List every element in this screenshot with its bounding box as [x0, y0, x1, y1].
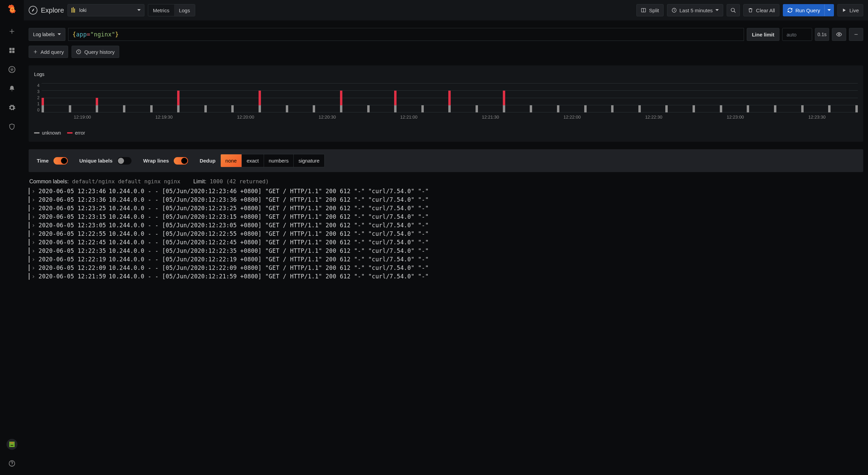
dedup-signature[interactable]: signature [294, 154, 324, 167]
histogram-bar[interactable] [476, 105, 478, 113]
chart-area[interactable]: 12:19:0012:19:3012:20:0012:20:3012:21:00… [42, 83, 858, 121]
log-row[interactable]: ›2020-06-05 12:22:5510.244.0.0 - - [05/J… [29, 229, 863, 238]
histogram-bar[interactable] [747, 105, 749, 113]
histogram-bar[interactable] [665, 105, 668, 113]
add-query-button[interactable]: Add query [29, 46, 68, 58]
dedup-exact[interactable]: exact [242, 154, 264, 167]
histogram-bar[interactable] [448, 91, 451, 113]
log-level-bar [29, 205, 30, 212]
line-limit-input[interactable]: auto [782, 28, 812, 41]
chevron-right-icon: › [32, 239, 36, 246]
histogram-bar[interactable] [720, 105, 722, 113]
dedup-numbers[interactable]: numbers [264, 154, 294, 167]
log-labels-button[interactable]: Log labels [29, 28, 65, 41]
alerting-icon[interactable] [5, 82, 19, 95]
run-query-button[interactable]: Run Query [783, 4, 825, 16]
log-row[interactable]: ›2020-06-05 12:23:1510.244.0.0 - - [05/J… [29, 212, 863, 221]
wrap-lines-toggle[interactable] [174, 157, 188, 165]
histogram-bar[interactable] [150, 105, 153, 113]
user-avatar[interactable] [6, 439, 17, 450]
legend-unknown[interactable]: unknown [34, 130, 61, 136]
log-row[interactable]: ›2020-06-05 12:22:1910.244.0.0 - - [05/J… [29, 255, 863, 263]
zoom-out-button[interactable] [727, 4, 740, 16]
histogram-bar[interactable] [638, 105, 641, 113]
log-row[interactable]: ›2020-06-05 12:22:0910.244.0.0 - - [05/J… [29, 263, 863, 272]
chevron-right-icon: › [32, 256, 36, 263]
configuration-icon[interactable] [5, 101, 19, 114]
histogram-bar[interactable] [177, 91, 180, 113]
dedup-none[interactable]: none [221, 154, 242, 167]
log-row[interactable]: ›2020-06-05 12:23:3610.244.0.0 - - [05/J… [29, 195, 863, 204]
histogram-bar[interactable] [530, 105, 532, 113]
histogram-bar[interactable] [693, 105, 695, 113]
explore-icon[interactable] [5, 63, 19, 76]
query-history-button[interactable]: Query history [72, 46, 119, 58]
histogram-bar[interactable] [286, 105, 288, 113]
log-row[interactable]: ›2020-06-05 12:21:5910.244.0.0 - - [05/J… [29, 272, 863, 280]
legend-error[interactable]: error [67, 130, 85, 136]
add-icon[interactable] [5, 25, 19, 38]
histogram-bar[interactable] [801, 105, 804, 113]
log-timestamp: 2020-06-05 12:23:05 [38, 222, 106, 229]
histogram-bar[interactable] [96, 98, 98, 112]
clear-all-button[interactable]: Clear All [743, 4, 779, 16]
histogram-bar[interactable] [231, 105, 234, 113]
log-row[interactable]: ›2020-06-05 12:22:4510.244.0.0 - - [05/J… [29, 238, 863, 246]
datasource-name: loki [79, 7, 87, 13]
histogram-bar[interactable] [394, 91, 397, 113]
mode-logs[interactable]: Logs [174, 4, 195, 16]
loki-icon [71, 7, 76, 13]
log-timestamp: 2020-06-05 12:22:55 [38, 230, 106, 237]
histogram-bar[interactable] [42, 98, 44, 112]
log-row[interactable]: ›2020-06-05 12:23:0510.244.0.0 - - [05/J… [29, 221, 863, 229]
remove-query-button[interactable] [849, 28, 863, 41]
histogram-bar[interactable] [367, 105, 370, 113]
run-query-dropdown[interactable] [824, 4, 834, 16]
histogram-bar[interactable] [259, 91, 261, 113]
histogram-bar[interactable] [557, 105, 559, 113]
time-toggle[interactable] [53, 157, 68, 165]
histogram-bar[interactable] [774, 105, 776, 113]
disable-query-button[interactable] [832, 28, 846, 41]
log-row[interactable]: ›2020-06-05 12:22:3510.244.0.0 - - [05/J… [29, 246, 863, 255]
live-button[interactable]: Live [837, 4, 863, 16]
histogram-bar[interactable] [855, 105, 858, 113]
time-range-picker[interactable]: Last 5 minutes [667, 4, 724, 16]
datasource-picker[interactable]: loki [67, 4, 144, 16]
chevron-right-icon: › [32, 230, 36, 237]
log-timestamp: 2020-06-05 12:22:45 [38, 239, 106, 246]
mode-metrics[interactable]: Metrics [148, 4, 174, 16]
chevron-right-icon: › [32, 222, 36, 229]
chevron-right-icon: › [32, 188, 36, 195]
help-icon[interactable] [5, 457, 19, 470]
log-row[interactable]: ›2020-06-05 12:23:2510.244.0.0 - - [05/J… [29, 204, 863, 212]
log-level-bar [29, 222, 30, 229]
histogram-bar[interactable] [123, 105, 125, 113]
dedup-options[interactable]: noneexactnumberssignature [220, 154, 325, 167]
log-row[interactable]: ›2020-06-05 12:23:4610.244.0.0 - - [05/J… [29, 187, 863, 195]
split-button[interactable]: Split [636, 4, 663, 16]
chart-legend: unknown error [34, 130, 858, 136]
query-mode-switch[interactable]: Metrics Logs [148, 4, 195, 16]
log-level-bar [29, 196, 30, 203]
dashboards-icon[interactable] [5, 44, 19, 57]
query-input[interactable]: { app = " nginx " } [68, 28, 744, 41]
log-message: 10.244.0.0 - - [05/Jun/2020:12:21:59 +08… [109, 273, 429, 280]
time-range-label: Last 5 minutes [680, 7, 713, 13]
histogram-bar[interactable] [584, 105, 587, 113]
histogram-bar[interactable] [313, 105, 315, 113]
grafana-logo-icon[interactable] [6, 4, 17, 15]
histogram-bar[interactable] [340, 91, 342, 113]
svg-rect-1 [10, 48, 12, 50]
histogram-bar[interactable] [204, 105, 207, 113]
histogram-bar[interactable] [503, 91, 505, 113]
log-level-bar [29, 247, 30, 254]
histogram-bar[interactable] [69, 105, 71, 113]
svg-rect-25 [854, 34, 857, 34]
shield-icon[interactable] [5, 120, 19, 134]
histogram-bar[interactable] [828, 105, 831, 113]
histogram-bar[interactable] [611, 105, 614, 113]
trash-icon [748, 7, 753, 13]
unique-labels-toggle[interactable] [117, 157, 131, 165]
histogram-bar[interactable] [421, 105, 424, 113]
